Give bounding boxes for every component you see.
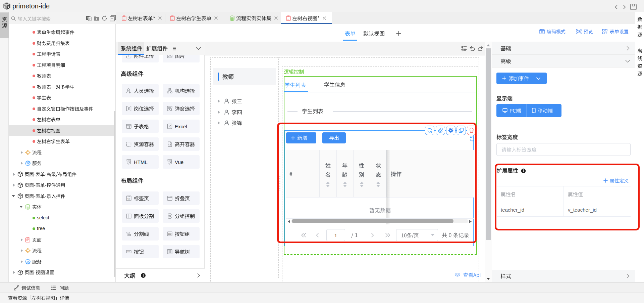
svg-text:Tab: Tab (127, 198, 130, 200)
svg-text:BTN: BTN (127, 251, 130, 253)
svg-text:BTN: BTN (169, 233, 171, 235)
